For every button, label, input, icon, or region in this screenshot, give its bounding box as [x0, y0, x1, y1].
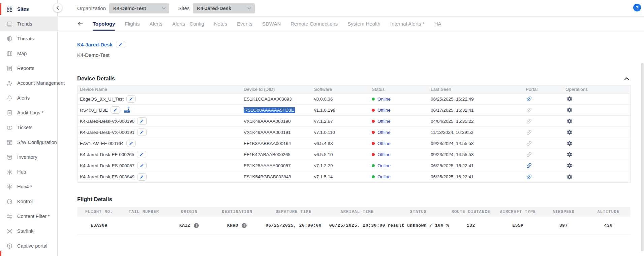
edit-device-name-button[interactable] [137, 173, 147, 181]
sidebar-item-threats[interactable]: Threats [0, 31, 57, 46]
sidebar-item-starlink[interactable]: Starlink [0, 224, 57, 239]
info-icon[interactable] [241, 223, 247, 228]
sidebar-item-account-management[interactable]: Account Management [0, 76, 57, 90]
device-id: VX1K49AAAAA000191 [244, 130, 291, 135]
portal-cell [523, 129, 563, 136]
sidebar-item-sites[interactable]: Sites [0, 2, 57, 16]
operations-cell [563, 151, 630, 157]
edit-device-name-button[interactable] [137, 162, 147, 169]
status-link[interactable]: Online [377, 163, 391, 168]
software-version: v8.0.0.36 [312, 97, 369, 102]
status-link[interactable]: Offline [377, 108, 391, 113]
tab-topology[interactable]: Topology [93, 17, 115, 31]
portal-link-icon [526, 118, 532, 124]
device-name: K4-Jared-Desk-VX-000190 [80, 119, 134, 124]
site-name-link[interactable]: K4-Jared-Desk [77, 42, 113, 47]
tab-flights[interactable]: Flights [125, 17, 140, 31]
status-cell: Offline [369, 152, 428, 157]
flight-departure-time: 06/25/2025, 20:00:00 [263, 223, 325, 228]
sidebar-item-tickets[interactable]: Tickets [0, 120, 57, 135]
device-name: EAV1-AM-EF-000164 [80, 141, 124, 146]
tab-alerts[interactable]: Alerts [150, 17, 162, 31]
device-id-cell: VX1K49AAAAA000190 [241, 119, 312, 124]
tab-notes[interactable]: Notes [214, 17, 227, 31]
software-version: v7.1.2.67 [312, 119, 369, 124]
column-header-device-name: Device Name [78, 87, 241, 92]
sidebar-item-captive-portal[interactable]: Captive portal [0, 239, 57, 253]
tab-remote-connections[interactable]: Remote Connections [290, 17, 338, 31]
help-button[interactable]: ? [633, 4, 641, 11]
operations-cell [563, 162, 630, 169]
status-cell: Online [369, 97, 428, 102]
edit-device-name-button[interactable] [137, 129, 147, 136]
portal-link-icon[interactable] [526, 96, 532, 102]
status-link[interactable]: Offline [377, 130, 391, 135]
gear-icon[interactable] [566, 162, 573, 169]
sidebar-item-inventory[interactable]: Inventory [0, 150, 57, 164]
edit-device-name-button[interactable] [111, 106, 120, 114]
edit-device-name-button[interactable] [126, 95, 136, 103]
section-collapse-button[interactable] [624, 77, 631, 80]
status-link[interactable]: Offline [377, 141, 391, 146]
tab-system-health[interactable]: System Health [347, 17, 380, 31]
gear-icon[interactable] [566, 151, 573, 157]
gear-icon[interactable] [566, 118, 573, 124]
sidebar-collapse-button[interactable] [53, 3, 62, 12]
sidebar-item-hub4[interactable]: Hub4 * [0, 179, 57, 194]
flight-flight-no: EJA309 [77, 223, 121, 228]
status-dot-online [372, 175, 375, 178]
portal-link-icon[interactable] [526, 174, 532, 180]
flight-aircraft-type-value: E55P [512, 223, 523, 228]
tab-sdwan[interactable]: SDWAN [262, 17, 281, 31]
sidebar-item-content-filter[interactable]: Content Filter * [0, 209, 57, 224]
status-link[interactable]: Offline [377, 119, 391, 124]
tab-internal-alerts[interactable]: Internal Alerts * [390, 17, 425, 31]
edit-device-name-button[interactable] [137, 151, 146, 158]
sidebar-item-trends[interactable]: Trends [0, 16, 57, 31]
column-header-airspeed: AIRSPEED [541, 210, 586, 214]
sidebar-item-kontrol[interactable]: Kontrol [0, 194, 57, 209]
portal-cell [523, 96, 563, 102]
status-dot-offline [372, 131, 375, 134]
back-button[interactable] [77, 17, 84, 31]
column-header-software: Software [312, 87, 369, 92]
portal-link-icon [526, 151, 532, 158]
status-cell: Online [369, 163, 428, 168]
site-header: K4-Jared-Desk [77, 41, 631, 48]
gear-icon[interactable] [566, 174, 573, 180]
sidebar-item-audit-logs[interactable]: Audit Logs * [0, 105, 57, 120]
shield-alert-icon [6, 243, 13, 249]
edit-device-name-button[interactable] [137, 117, 147, 125]
status-link[interactable]: Offline [377, 152, 391, 157]
organization-dropdown[interactable]: K4-Demo-Test [109, 3, 169, 13]
tab-alerts-config[interactable]: Alerts - Config [172, 17, 204, 31]
gear-icon[interactable] [566, 96, 573, 102]
status-link[interactable]: Online [377, 97, 391, 102]
portal-link-icon[interactable] [526, 162, 532, 169]
sidebar-item-s-w-configuration[interactable]: S/W Configuration [0, 135, 57, 150]
gear-icon[interactable] [566, 140, 573, 146]
link-glyph [524, 162, 534, 169]
vertical-scrollbar[interactable] [641, 63, 644, 251]
gear-icon[interactable] [566, 129, 573, 135]
router-icon [123, 106, 131, 114]
main-area: Organization K4-Demo-Test Sites K4-Jared… [58, 0, 644, 256]
sites-dropdown[interactable]: K4-Jared-Desk [193, 3, 255, 13]
gear-icon[interactable] [566, 107, 573, 113]
document-icon [6, 110, 13, 116]
tab-ha[interactable]: HA [434, 17, 441, 31]
last-seen: 04/04/2025, 15:35:22 [428, 119, 523, 124]
sidebar-item-reports[interactable]: Reports [0, 61, 57, 76]
sidebar-item-map[interactable]: Map [0, 46, 57, 61]
device-name-cell: RS400_FD3E [78, 106, 241, 114]
account-icon [6, 80, 13, 86]
sidebar-item-hub[interactable]: Hub [0, 164, 57, 179]
sidebar-item-alerts[interactable]: Alerts [0, 90, 57, 105]
flight-status: result unknown / 100 % [390, 223, 447, 228]
kontrol-icon [6, 198, 13, 205]
status-link[interactable]: Online [377, 174, 391, 179]
info-icon[interactable] [193, 223, 199, 228]
edit-site-name-button[interactable] [116, 41, 125, 48]
edit-device-name-button[interactable] [126, 140, 136, 147]
tab-events[interactable]: Events [237, 17, 252, 31]
